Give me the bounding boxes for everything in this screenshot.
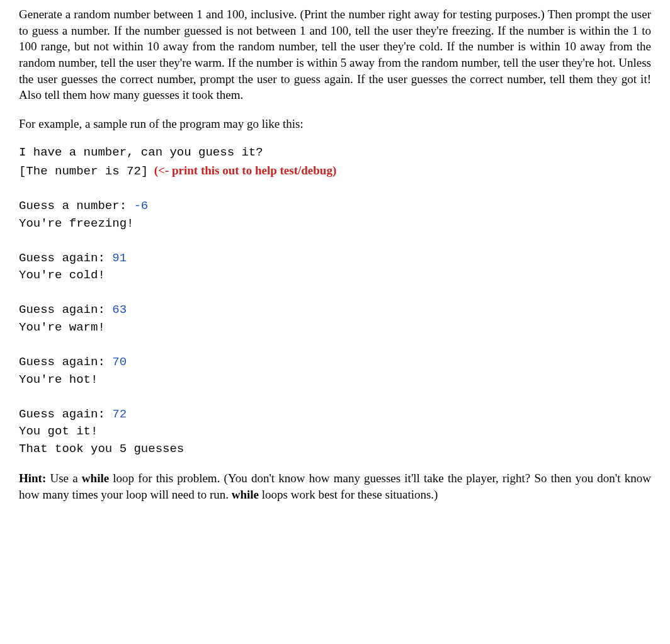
hint-paragraph: Hint: Use a while loop for this problem.… (19, 470, 651, 502)
response-2: You're cold! (19, 267, 651, 285)
debug-annotation: (<- print this out to help test/debug) (148, 164, 336, 177)
final-output: That took you 5 guesses (19, 441, 651, 458)
prompt-text: Guess again: (19, 355, 112, 369)
guess-prompt-2: Guess again: 91 (19, 250, 651, 268)
response-1: You're freezing! (19, 215, 651, 233)
guess-prompt-5: Guess again: 72 (19, 406, 651, 424)
hint-text-1: Use a (46, 472, 82, 485)
guess-prompt-1: Guess a number: -6 (19, 198, 651, 215)
blank-line (19, 337, 651, 354)
hint-label: Hint: (19, 472, 46, 485)
prompt-text: Guess again: (19, 407, 112, 421)
output-line-debug: [The number is 72] (<- print this out to… (19, 162, 651, 181)
problem-instructions: Generate a random number between 1 and 1… (19, 6, 651, 103)
sample-intro: For example, a sample run of the program… (19, 116, 651, 132)
blank-line (19, 232, 651, 250)
prompt-text: Guess a number: (19, 199, 133, 213)
blank-line (19, 285, 651, 302)
user-input-2: 91 (112, 251, 127, 265)
guess-prompt-3: Guess again: 63 (19, 302, 651, 319)
user-input-3: 63 (112, 303, 127, 317)
response-5: You got it! (19, 423, 651, 441)
output-line-intro: I have a number, can you guess it? (19, 144, 651, 162)
user-input-4: 70 (112, 355, 127, 369)
debug-number: [The number is 72] (19, 164, 148, 178)
hint-keyword-2: while (232, 488, 259, 501)
response-4: You're hot! (19, 371, 651, 389)
blank-line (19, 388, 651, 406)
user-input-5: 72 (112, 407, 127, 421)
hint-keyword-1: while (82, 472, 109, 485)
response-3: You're warm! (19, 319, 651, 337)
guess-prompt-4: Guess again: 70 (19, 354, 651, 371)
blank-line (19, 181, 651, 198)
user-input-1: -6 (133, 199, 148, 213)
sample-output: I have a number, can you guess it?[The n… (19, 144, 651, 458)
prompt-text: Guess again: (19, 251, 112, 265)
hint-text-3: loops work best for these situations.) (259, 488, 438, 501)
prompt-text: Guess again: (19, 303, 112, 317)
